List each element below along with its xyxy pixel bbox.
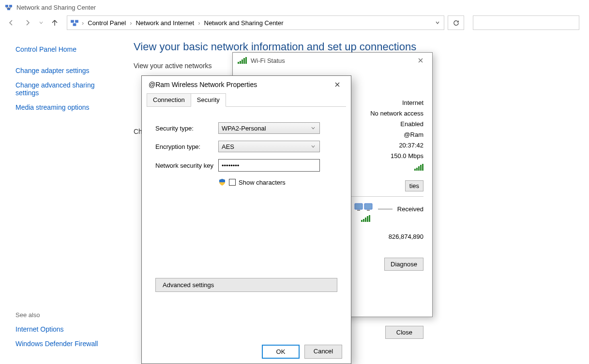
forward-button[interactable] bbox=[21, 16, 34, 29]
encryption-type-label: Encryption type: bbox=[155, 143, 218, 150]
ok-button[interactable]: OK bbox=[262, 345, 300, 359]
see-also-firewall[interactable]: Windows Defender Firewall bbox=[15, 340, 122, 348]
breadcrumb-network-internet[interactable]: Network and Internet bbox=[135, 19, 195, 27]
received-label: Received bbox=[397, 205, 423, 213]
dialog-footer: OK Cancel bbox=[142, 345, 351, 359]
page-title: View your basic network information and … bbox=[134, 41, 579, 53]
wifi-duration-value: 20:37:42 bbox=[365, 142, 423, 149]
security-key-label: Network security key bbox=[155, 162, 218, 169]
back-button[interactable] bbox=[5, 16, 17, 29]
breadcrumb-sep: › bbox=[129, 19, 133, 27]
uac-shield-icon bbox=[218, 178, 226, 186]
breadcrumb-sep: › bbox=[197, 19, 201, 27]
encryption-type-value: AES bbox=[222, 143, 234, 150]
encryption-type-select[interactable]: AES bbox=[218, 141, 320, 152]
see-also-internet-options[interactable]: Internet Options bbox=[15, 325, 122, 333]
cancel-button[interactable]: Cancel bbox=[304, 345, 342, 359]
network-center-icon bbox=[5, 3, 13, 11]
show-characters-checkbox[interactable] bbox=[229, 179, 236, 186]
dialog-title: @Ram Wireless Network Properties bbox=[149, 81, 257, 88]
svg-rect-6 bbox=[355, 204, 362, 209]
svg-rect-4 bbox=[75, 20, 78, 23]
svg-rect-7 bbox=[364, 204, 372, 209]
diagnose-button[interactable]: Diagnose bbox=[384, 258, 423, 271]
close-icon[interactable] bbox=[414, 54, 427, 67]
wifi-speed-value: 150.0 Mbps bbox=[365, 152, 423, 160]
see-also-heading: See also bbox=[15, 311, 122, 319]
tab-security[interactable]: Security bbox=[191, 93, 226, 107]
advanced-settings-button[interactable]: Advanced settings bbox=[155, 278, 337, 292]
svg-rect-8 bbox=[357, 210, 360, 211]
search-input[interactable] bbox=[473, 15, 579, 30]
control-panel-home-link[interactable]: Control Panel Home bbox=[15, 45, 116, 53]
dialog-titlebar[interactable]: @Ram Wireless Network Properties bbox=[142, 76, 351, 93]
svg-rect-5 bbox=[73, 23, 76, 26]
address-dropdown[interactable] bbox=[432, 16, 443, 29]
navigation-bar: › Control Panel › Network and Internet ›… bbox=[0, 15, 589, 31]
app-title: Network and Sharing Center bbox=[16, 4, 96, 11]
dialog-title: Wi-Fi Status bbox=[251, 57, 285, 64]
breadcrumb-control-panel[interactable]: Control Panel bbox=[87, 19, 127, 27]
computers-icon bbox=[354, 202, 373, 216]
chevron-down-icon bbox=[309, 141, 317, 152]
wifi-ssid-value: @Ram bbox=[365, 131, 423, 138]
wifi-signal-icon bbox=[414, 164, 423, 171]
dialog-titlebar[interactable]: Wi-Fi Status bbox=[233, 53, 432, 68]
wifi-internet-label: Internet bbox=[365, 99, 423, 106]
close-button[interactable]: Close bbox=[385, 326, 423, 339]
show-characters-label: Show characters bbox=[239, 179, 286, 186]
breadcrumb-current[interactable]: Network and Sharing Center bbox=[203, 19, 285, 27]
svg-rect-3 bbox=[71, 20, 74, 23]
wireless-properties-button[interactable]: ties bbox=[405, 180, 423, 191]
security-type-value: WPA2-Personal bbox=[222, 125, 266, 132]
security-type-label: Security type: bbox=[155, 125, 218, 132]
up-button[interactable] bbox=[48, 16, 61, 29]
sidebar-adapter-link[interactable]: Change adapter settings bbox=[15, 67, 116, 74]
network-center-icon bbox=[70, 18, 79, 27]
security-type-select[interactable]: WPA2-Personal bbox=[218, 122, 320, 134]
wifi-noaccess-label: No network access bbox=[365, 110, 423, 117]
svg-rect-9 bbox=[367, 210, 370, 211]
dash-line bbox=[378, 209, 393, 209]
security-key-input[interactable] bbox=[218, 159, 320, 172]
tab-strip: Connection Security bbox=[147, 93, 346, 107]
svg-rect-1 bbox=[9, 5, 12, 7]
history-dropdown[interactable] bbox=[38, 16, 45, 29]
tab-connection[interactable]: Connection bbox=[147, 93, 191, 106]
sidebar-advanced-link[interactable]: Change advanced sharing settings bbox=[15, 81, 116, 97]
wifi-enabled-label: Enabled bbox=[365, 120, 423, 128]
refresh-button[interactable] bbox=[448, 15, 464, 30]
see-also: See also Internet Options Windows Defend… bbox=[15, 311, 122, 354]
address-bar[interactable]: › Control Panel › Network and Internet ›… bbox=[67, 15, 444, 30]
close-icon[interactable] bbox=[331, 78, 344, 91]
breadcrumb-sep: › bbox=[81, 19, 85, 27]
app-title-bar: Network and Sharing Center bbox=[0, 0, 589, 15]
wireless-properties-dialog: @Ram Wireless Network Properties Connect… bbox=[141, 75, 351, 364]
chevron-down-icon bbox=[309, 123, 317, 133]
wifi-signal-icon bbox=[238, 57, 247, 64]
svg-rect-0 bbox=[5, 5, 8, 7]
wifi-signal-icon bbox=[361, 215, 370, 222]
sidebar-media-link[interactable]: Media streaming options bbox=[15, 103, 116, 111]
